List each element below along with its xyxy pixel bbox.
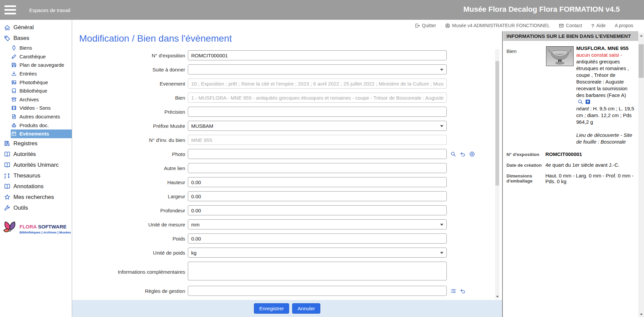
field-label: Précision [72, 109, 188, 115]
photo-search-icon[interactable] [450, 151, 456, 157]
bien-location: Lieu de découverte - Site de fouille : B… [576, 132, 636, 145]
main-scroll-up-icon[interactable] [638, 33, 644, 38]
sidebar-item-evenements[interactable]: Evènements [0, 129, 72, 138]
main-scroll-down-icon[interactable] [638, 312, 644, 317]
sidebar-item-label: Autorités Unimarc [13, 162, 59, 168]
hauteur-input[interactable] [188, 177, 447, 187]
sidebar-item-bibliotheque[interactable]: Bibliothèque [0, 87, 72, 95]
sidebar-item-autres-documents[interactable]: Autres documents [0, 112, 72, 121]
sort-az-icon: AZ [4, 172, 10, 179]
regles-de-gestion-input[interactable] [188, 286, 447, 296]
bien-open-record-icon[interactable] [585, 99, 591, 105]
regles-de-gestion-list-icon[interactable] [450, 288, 456, 294]
form-scrollbar[interactable] [495, 49, 499, 299]
main-scrollbar-thumb[interactable] [639, 44, 644, 78]
sidebar-item-autorites[interactable]: Autorités [0, 149, 72, 160]
field-label: Photo [72, 151, 188, 157]
panel-divider [502, 31, 503, 317]
bien-section: Bien MUSFLORA. MNE 955 aucun constat sai… [503, 41, 638, 145]
archive-icon [11, 97, 16, 102]
sidebar-item-carotheque[interactable]: Carothèque [0, 52, 72, 61]
sidebar-item-thesaurus[interactable]: AZThesaurus [0, 170, 72, 181]
form-row-suite-a-donner: Suite à donner [72, 64, 495, 74]
sidebar-item-entrees[interactable]: Entrées [0, 69, 72, 78]
top-bar: Espaces de travail Musée Flora Decalog F… [0, 0, 644, 20]
photo-plus-circle-icon[interactable] [469, 151, 475, 157]
form-scrollbar-thumb[interactable] [495, 61, 499, 186]
sidebar-item-annotations[interactable]: Annotations [0, 181, 72, 192]
sidebar-item-general[interactable]: Général [0, 22, 72, 33]
about-label: A propos [615, 23, 633, 28]
main-content: Modification / Bien dans l'évènement N° … [72, 31, 502, 317]
book-open-icon [4, 183, 10, 190]
autre-lien-input[interactable] [188, 163, 447, 173]
menu-icon[interactable] [4, 5, 16, 15]
form-scroll-down-icon[interactable] [495, 294, 499, 299]
regles-de-gestion-undo-icon[interactable] [460, 288, 466, 294]
user-icon [445, 23, 450, 28]
form-row-unite-de-poids: Unité de poids [72, 248, 495, 258]
evenement-input[interactable] [188, 78, 447, 89]
unite-de-mesure-select[interactable] [188, 219, 447, 229]
image-icon [11, 80, 16, 85]
poids-input[interactable] [188, 233, 447, 244]
form-row-prefixe-musee: Préfixe Musée [72, 121, 495, 131]
book-icon [11, 88, 16, 93]
sidebar-item-biens[interactable]: Biens [0, 44, 72, 52]
largeur-input[interactable] [188, 191, 447, 201]
sidebar-item-label: Produits doc. [19, 122, 49, 128]
sidebar-item-label: Annotations [13, 183, 44, 190]
precision-input[interactable] [188, 107, 447, 117]
form-row-unite-de-mesure: Unité de mesure [72, 219, 495, 229]
contact-link[interactable]: Contact [559, 23, 582, 28]
n-d-exposition-input[interactable] [188, 50, 447, 60]
bien-alert: aucun constat saisi - [576, 52, 622, 58]
disk-icon [11, 62, 16, 67]
cancel-button[interactable]: Annuler [292, 303, 320, 314]
quit-link[interactable]: Quitter [415, 23, 436, 28]
flora-logo: FLORA SOFTWARE Bibliothèques | Archives … [3, 220, 71, 237]
chevron-down-icon [440, 252, 443, 254]
sidebar-item-label: Autres documents [19, 114, 60, 119]
bien-input[interactable] [188, 93, 447, 103]
chevron-down-icon [440, 69, 443, 71]
bien-label: Bien [506, 48, 517, 54]
photo-undo-icon[interactable] [460, 151, 466, 157]
help-link[interactable]: ? Aide [591, 23, 606, 29]
form-row-informations-complementaires: Informations complémentaires [72, 262, 495, 282]
prefixe-musee-select[interactable] [188, 121, 447, 131]
sidebar-item-outils[interactable]: Outils [0, 203, 72, 213]
field-label: Préfixe Musée [72, 123, 188, 129]
flora-logo-icon [3, 220, 17, 237]
suite-a-donner-select[interactable] [188, 64, 447, 74]
informations-complementaires-textarea[interactable] [188, 262, 447, 280]
bien-search-icon[interactable] [578, 99, 583, 105]
sidebar-item-label: Registres [13, 140, 38, 147]
sidebar-item-produits-doc[interactable]: Produits doc. [0, 121, 72, 129]
sidebar-item-phototheque[interactable]: Photothèque [0, 78, 72, 87]
sidebar-item-registres[interactable]: Registres [0, 138, 72, 149]
user-menu[interactable]: Musée v4 ADMINISTRATEUR FONCTIONNEL [445, 23, 550, 28]
n-d-inv-du-bien-input[interactable] [188, 135, 447, 145]
tag-icon [4, 35, 10, 42]
sidebar-item-archives[interactable]: Archives [0, 95, 72, 104]
main-scrollbar[interactable] [638, 33, 644, 317]
field-label: N° d'exposition [72, 53, 188, 58]
form-row-profondeur: Profondeur [72, 205, 495, 215]
sidebar-item-plan-de-sauvegarde[interactable]: Plan de sauvegarde [0, 61, 72, 69]
save-button[interactable]: Enregistrer [254, 303, 289, 314]
unite-de-poids-select[interactable] [188, 248, 447, 258]
bien-thumbnail[interactable] [546, 46, 574, 66]
sidebar-item-bases[interactable]: Bases [0, 33, 72, 44]
field-label: Hauteur [72, 179, 188, 185]
profondeur-input[interactable] [188, 205, 447, 215]
photo-input[interactable] [188, 149, 447, 159]
sidebar-item-label: Bases [13, 35, 29, 42]
sidebar-item-videos-sons[interactable]: Vidéos - Sons [0, 104, 72, 112]
sidebar-item-mes-recherches[interactable]: Mes recherches [0, 192, 72, 203]
sidebar-item-autorites-unimarc[interactable]: Autorités Unimarc [0, 160, 72, 170]
page-title: Modification / Bien dans l'évènement [79, 33, 232, 44]
info-row-label-n-d-exposition: N° d'exposition [506, 151, 544, 157]
registers-icon [4, 140, 10, 147]
about-link[interactable]: A propos [615, 23, 633, 28]
